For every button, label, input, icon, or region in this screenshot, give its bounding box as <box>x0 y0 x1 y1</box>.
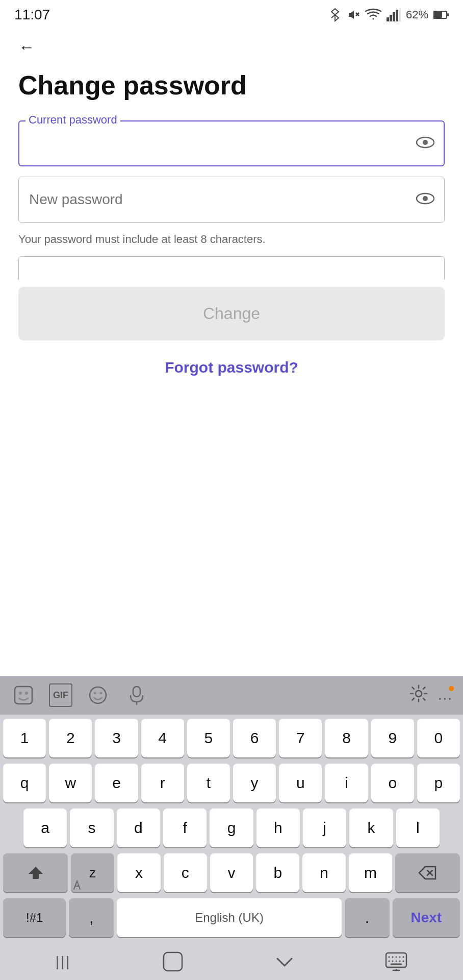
key-6[interactable]: 6 <box>233 719 276 757</box>
confirm-password-partial <box>18 256 445 280</box>
notification-dot <box>449 686 454 691</box>
key-n[interactable]: n <box>302 853 346 892</box>
svg-rect-9 <box>434 12 442 18</box>
svg-rect-3 <box>387 17 389 21</box>
show-password-icon[interactable] <box>416 136 434 151</box>
new-password-wrapper <box>18 177 445 223</box>
svg-rect-7 <box>399 8 401 21</box>
key-x[interactable]: x <box>117 853 161 892</box>
key-0[interactable]: 0 <box>417 719 460 757</box>
current-password-input[interactable] <box>18 120 445 166</box>
svg-marker-24 <box>29 867 43 879</box>
status-bar: 11:07 62% <box>0 0 463 28</box>
battery-text: 62% <box>406 8 428 21</box>
key-3[interactable]: 3 <box>95 719 138 757</box>
svg-rect-21 <box>133 687 140 697</box>
svg-rect-10 <box>447 13 449 16</box>
confirm-password-partial-wrapper <box>18 256 445 280</box>
nav-back-button[interactable]: ||| <box>40 948 87 975</box>
back-button[interactable]: ← <box>18 38 35 57</box>
microphone-icon[interactable] <box>123 683 150 707</box>
key-r[interactable]: r <box>141 764 184 802</box>
key-u[interactable]: u <box>279 764 322 802</box>
key-l[interactable]: l <box>396 808 440 847</box>
key-4[interactable]: 4 <box>141 719 184 757</box>
page-title: Change password <box>18 71 445 100</box>
svg-point-23 <box>416 691 422 697</box>
key-d[interactable]: d <box>117 808 160 847</box>
nav-recent-button[interactable] <box>259 949 310 974</box>
key-5[interactable]: 5 <box>187 719 230 757</box>
new-password-input[interactable] <box>18 177 445 223</box>
svg-point-18 <box>90 687 106 703</box>
backspace-key[interactable] <box>395 853 460 892</box>
wifi-icon <box>365 8 381 22</box>
shift-key[interactable] <box>3 853 68 892</box>
keyboard-nav-bar: ||| <box>0 943 463 980</box>
svg-rect-5 <box>393 12 395 21</box>
key-p[interactable]: p <box>417 764 460 802</box>
key-7[interactable]: 7 <box>279 719 322 757</box>
key-g[interactable]: g <box>210 808 253 847</box>
svg-rect-4 <box>390 15 392 21</box>
svg-rect-27 <box>164 952 182 971</box>
status-icons: 62% <box>329 8 449 22</box>
svg-point-16 <box>19 692 22 695</box>
key-k[interactable]: k <box>349 808 393 847</box>
key-s[interactable]: s <box>70 808 113 847</box>
next-key[interactable]: Next <box>393 898 460 937</box>
mute-icon <box>346 8 360 22</box>
svg-point-14 <box>423 196 428 201</box>
bluetooth-icon <box>329 8 341 22</box>
keyboard-settings-icon[interactable] <box>409 684 428 706</box>
key-9[interactable]: 9 <box>371 719 414 757</box>
key-f[interactable]: f <box>163 808 207 847</box>
keyboard-toolbar: GIF <box>0 676 463 715</box>
key-v[interactable]: v <box>210 853 253 892</box>
symbol-key[interactable]: !#1 <box>3 898 66 937</box>
svg-point-20 <box>100 692 102 695</box>
zxcv-row: z x c v b n m <box>0 849 463 894</box>
signal-icon <box>387 8 401 21</box>
show-new-password-icon[interactable] <box>416 192 434 207</box>
forgot-password-link[interactable]: Forgot password? <box>18 359 445 376</box>
key-m[interactable]: m <box>349 853 392 892</box>
key-y[interactable]: y <box>233 764 276 802</box>
key-h[interactable]: h <box>256 808 300 847</box>
key-c[interactable]: c <box>164 853 207 892</box>
key-t[interactable]: t <box>187 764 230 802</box>
keyboard-more-icon[interactable]: ... <box>438 687 453 703</box>
qwerty-row: q w e r t y u i o p <box>0 760 463 804</box>
key-w[interactable]: w <box>49 764 92 802</box>
main-content: ← Change password Current password Your … <box>0 28 463 376</box>
key-q[interactable]: q <box>3 764 46 802</box>
key-b[interactable]: b <box>256 853 299 892</box>
svg-rect-15 <box>15 687 32 704</box>
sticker-icon[interactable] <box>10 683 37 707</box>
svg-point-19 <box>94 692 96 695</box>
key-e[interactable]: e <box>95 764 138 802</box>
key-a[interactable]: a <box>23 808 67 847</box>
password-hint: Your password must include at least 8 ch… <box>18 233 445 246</box>
key-8[interactable]: 8 <box>325 719 368 757</box>
keyboard: GIF <box>0 676 463 980</box>
key-1[interactable]: 1 <box>3 719 46 757</box>
key-z-cursor[interactable]: z <box>71 853 114 892</box>
nav-home-button[interactable] <box>146 945 199 978</box>
nav-keyboard-button[interactable] <box>370 947 423 976</box>
emoji-icon[interactable] <box>85 683 111 707</box>
current-password-label: Current password <box>25 113 120 127</box>
svg-rect-28 <box>386 953 406 967</box>
period-key[interactable]: . <box>345 898 390 937</box>
key-i[interactable]: i <box>325 764 368 802</box>
current-password-wrapper: Current password <box>18 120 445 166</box>
gif-icon[interactable]: GIF <box>49 683 72 707</box>
back-arrow-icon: ← <box>18 38 35 56</box>
space-key[interactable]: English (UK) <box>117 898 341 937</box>
key-2[interactable]: 2 <box>49 719 92 757</box>
key-o[interactable]: o <box>371 764 414 802</box>
comma-key[interactable]: , <box>69 898 114 937</box>
number-row: 1 2 3 4 5 6 7 8 9 0 <box>0 715 463 760</box>
change-button[interactable]: Change <box>18 287 445 340</box>
key-j[interactable]: j <box>303 808 346 847</box>
